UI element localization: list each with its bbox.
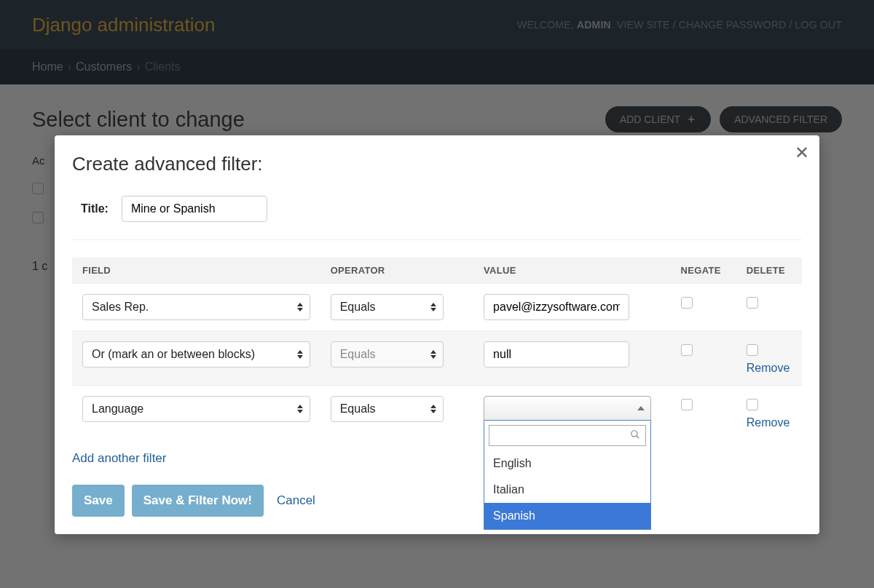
advanced-filter-modal: ✕ Create advanced filter: Title: FIELD O… xyxy=(55,135,819,534)
value-select2[interactable]: English Italian Spanish xyxy=(484,396,651,421)
delete-checkbox[interactable] xyxy=(747,344,758,356)
operator-select[interactable]: Equals xyxy=(331,341,444,368)
select2-results: English Italian Spanish xyxy=(484,450,650,529)
chevron-up-icon xyxy=(637,406,645,410)
col-header-operator: OPERATOR xyxy=(320,258,473,284)
negate-checkbox[interactable] xyxy=(681,297,693,309)
col-header-delete: DELETE xyxy=(736,258,802,284)
operator-select[interactable]: Equals xyxy=(331,294,444,320)
delete-checkbox[interactable] xyxy=(747,399,758,410)
value-input[interactable] xyxy=(484,294,629,320)
title-row: Title: xyxy=(72,196,802,240)
modal-actions: Save Save & Filter Now! Cancel xyxy=(72,485,802,517)
close-icon[interactable]: ✕ xyxy=(795,143,809,163)
cancel-link[interactable]: Cancel xyxy=(277,493,315,508)
save-button[interactable]: Save xyxy=(72,485,125,517)
select2-search-input[interactable] xyxy=(489,425,646,446)
modal-title: Create advanced filter: xyxy=(72,153,802,175)
add-another-filter-link[interactable]: Add another filter xyxy=(72,451,166,466)
negate-checkbox[interactable] xyxy=(681,344,693,356)
remove-link[interactable]: Remove xyxy=(747,416,792,429)
svg-line-1 xyxy=(637,436,639,439)
delete-checkbox[interactable] xyxy=(747,297,758,309)
title-label: Title: xyxy=(81,202,109,215)
select2-option[interactable]: English xyxy=(484,450,650,477)
negate-checkbox[interactable] xyxy=(681,399,693,410)
select2-option[interactable]: Spanish xyxy=(484,503,650,529)
operator-select[interactable]: Equals xyxy=(331,396,444,422)
svg-point-0 xyxy=(631,431,637,437)
field-select[interactable]: Language xyxy=(82,396,310,422)
save-and-filter-button[interactable]: Save & Filter Now! xyxy=(132,485,264,517)
filter-row: Language Equals xyxy=(72,386,802,440)
filter-row: Sales Rep. Equals xyxy=(72,284,802,331)
value-input[interactable] xyxy=(484,341,629,368)
col-header-value: VALUE xyxy=(473,258,671,284)
col-header-negate: NEGATE xyxy=(671,258,736,284)
select2-selection[interactable] xyxy=(484,396,651,421)
filter-row: Or (mark an or between blocks) Equals xyxy=(72,331,802,386)
field-select[interactable]: Or (mark an or between blocks) xyxy=(82,341,310,368)
title-input[interactable] xyxy=(122,196,267,222)
col-header-field: FIELD xyxy=(72,258,320,284)
filter-table: FIELD OPERATOR VALUE NEGATE DELETE Sales… xyxy=(72,258,802,440)
search-icon xyxy=(630,429,640,440)
select2-option[interactable]: Italian xyxy=(484,477,650,503)
remove-link[interactable]: Remove xyxy=(747,362,792,375)
field-select[interactable]: Sales Rep. xyxy=(82,294,310,320)
select2-dropdown: English Italian Spanish xyxy=(484,420,651,530)
